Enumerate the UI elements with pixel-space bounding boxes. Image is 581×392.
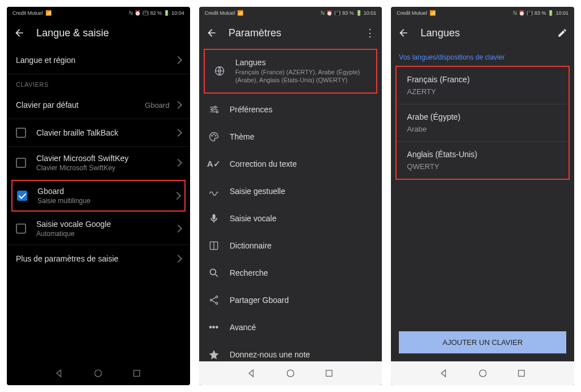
vibrate-icon: 📳 — [334, 10, 340, 16]
svg-point-8 — [215, 135, 216, 136]
keyboard-item-google-voice[interactable]: Saisie vocale Google Automatique — [7, 213, 190, 245]
checkbox-unchecked[interactable] — [16, 224, 26, 234]
language-item-english[interactable]: Anglais (États-Unis) QWERTY — [397, 142, 569, 179]
battery-percent: 83 % — [342, 10, 354, 16]
menu-item-advanced[interactable]: ••• Avancé — [199, 314, 382, 341]
language-layout: AZERTY — [407, 87, 558, 96]
svg-rect-1 — [134, 370, 140, 377]
content-list: Langue et région CLAVIERS Clavier par dé… — [7, 47, 190, 361]
battery-percent: 82 % — [150, 10, 162, 16]
add-keyboard-button[interactable]: AJOUTER UN CLAVIER — [399, 331, 566, 353]
phone-screen-langue-saisie: Credit Mutuel 📶 ℕ ⏰ 📳 82 % 🔋 10:04 Langu… — [7, 7, 190, 385]
language-name: Arabe (Égypte) — [407, 112, 558, 121]
back-arrow-icon[interactable] — [14, 27, 25, 39]
highlight-langues: Langues Français (France) (AZERTY), Arab… — [204, 49, 378, 94]
nav-bar — [391, 361, 574, 385]
nav-back-icon[interactable] — [247, 368, 257, 378]
content-list: Langues Français (France) (AZERTY), Arab… — [199, 47, 382, 361]
keyboard-label: Clavier Microsoft SwiftKey — [36, 154, 173, 163]
menu-item-gesture[interactable]: Saisie gestuelle — [199, 178, 382, 205]
status-bar: Credit Mutuel 📶 ℕ ⏰ 📳 82 % 🔋 10:04 — [7, 7, 190, 19]
highlight-gboard: Gboard Saisie multilingue — [11, 180, 186, 212]
keyboard-label: Saisie vocale Google — [36, 220, 173, 229]
palette-icon — [208, 131, 220, 142]
nav-recent-icon[interactable] — [132, 368, 142, 378]
nav-bar — [199, 361, 382, 385]
menu-label: Préférences — [230, 105, 373, 114]
nav-home-icon[interactable] — [285, 368, 296, 378]
menu-sub: Français (France) (AZERTY), Arabe (Égypt… — [235, 68, 368, 85]
language-item-french[interactable]: Français (France) AZERTY — [397, 67, 569, 104]
setting-more-input[interactable]: Plus de paramètres de saisie — [7, 245, 190, 272]
language-item-arabic[interactable]: Arabe (Égypte) Arabe — [397, 104, 569, 141]
app-bar: Langues — [391, 19, 574, 47]
language-name: Anglais (États-Unis) — [407, 150, 558, 159]
menu-item-dictionary[interactable]: Dictionnaire — [199, 232, 382, 259]
chevron-right-icon — [173, 192, 181, 200]
svg-point-11 — [216, 296, 217, 297]
chevron-right-icon — [174, 56, 182, 64]
keyboard-sub: Saisie multilingue — [37, 197, 172, 205]
back-arrow-icon[interactable] — [206, 27, 217, 39]
globe-icon — [214, 65, 225, 77]
menu-label: Correction du texte — [230, 159, 373, 168]
battery-icon: 🔋 — [548, 10, 554, 16]
menu-item-rate[interactable]: Donnez-nous une note — [199, 341, 382, 361]
phone-screen-parametres: Credit Mutuel 📶 ℕ ⏰ 📳 83 % 🔋 10:01 Param… — [199, 7, 382, 385]
star-icon — [208, 349, 220, 360]
checkbox-checked[interactable] — [17, 191, 27, 201]
menu-label: Saisie gestuelle — [230, 187, 373, 196]
menu-label: Partager Gboard — [230, 296, 373, 305]
nav-back-icon[interactable] — [439, 368, 449, 378]
text-correction-icon: A✓ — [208, 158, 220, 170]
menu-label: Avancé — [230, 323, 373, 332]
svg-point-4 — [212, 108, 213, 110]
menu-item-search[interactable]: Recherche — [199, 259, 382, 286]
language-name: Français (France) — [407, 75, 558, 84]
keyboard-item-gboard[interactable]: Gboard Saisie multilingue — [12, 181, 184, 210]
nav-back-icon[interactable] — [54, 368, 65, 378]
signal-icon: 📶 — [430, 10, 436, 16]
search-icon — [208, 267, 220, 279]
signal-icon: 📶 — [45, 10, 52, 16]
share-icon — [208, 294, 220, 306]
row-label: Clavier par défaut — [16, 100, 142, 109]
nav-recent-icon[interactable] — [324, 368, 334, 378]
menu-label: Thème — [230, 132, 373, 141]
alarm-icon: ⏰ — [519, 10, 525, 16]
menu-item-preferences[interactable]: Préférences — [199, 96, 382, 123]
row-label: Plus de paramètres de saisie — [16, 254, 173, 263]
nav-recent-icon[interactable] — [516, 368, 527, 378]
keyboard-item-braille[interactable]: Clavier braille TalkBack — [7, 119, 190, 146]
content-list: Vos langues/dispositions de clavier Fran… — [391, 47, 574, 361]
section-header-claviers: CLAVIERS — [7, 74, 190, 91]
nfc-icon: ℕ — [129, 10, 133, 16]
phone-screen-langues: Credit Mutuel 📶 ℕ ⏰ 📳 83 % 🔋 10:01 Langu… — [391, 7, 574, 385]
more-menu-icon[interactable]: ⋮ — [365, 27, 375, 39]
row-value: Gboard — [145, 101, 169, 109]
edit-icon[interactable] — [557, 28, 567, 38]
setting-langue-region[interactable]: Langue et région — [7, 47, 190, 74]
nav-home-icon[interactable] — [93, 368, 103, 378]
nav-bar — [7, 361, 190, 385]
menu-item-voice[interactable]: Saisie vocale — [199, 205, 382, 232]
clock-label: 10:01 — [364, 10, 377, 16]
menu-item-langues[interactable]: Langues Français (France) (AZERTY), Arab… — [205, 50, 377, 92]
menu-item-theme[interactable]: Thème — [199, 123, 382, 150]
checkbox-unchecked[interactable] — [16, 128, 26, 138]
sliders-icon — [208, 104, 220, 115]
carrier-label: Credit Mutuel — [397, 10, 427, 16]
menu-item-share[interactable]: Partager Gboard — [199, 286, 382, 314]
menu-label: Dictionnaire — [230, 241, 373, 250]
menu-item-text-correction[interactable]: A✓ Correction du texte — [199, 150, 382, 178]
setting-default-keyboard[interactable]: Clavier par défaut Gboard — [7, 91, 190, 119]
alarm-icon: ⏰ — [134, 10, 141, 16]
svg-point-10 — [210, 269, 216, 275]
back-arrow-icon[interactable] — [398, 27, 409, 39]
menu-label: Langues — [235, 58, 368, 67]
gesture-icon — [208, 186, 220, 197]
keyboard-item-swiftkey[interactable]: Clavier Microsoft SwiftKey Clavier Micro… — [7, 147, 190, 179]
checkbox-unchecked[interactable] — [16, 158, 26, 168]
nav-home-icon[interactable] — [478, 368, 488, 378]
keyboard-label: Clavier braille TalkBack — [36, 128, 173, 137]
